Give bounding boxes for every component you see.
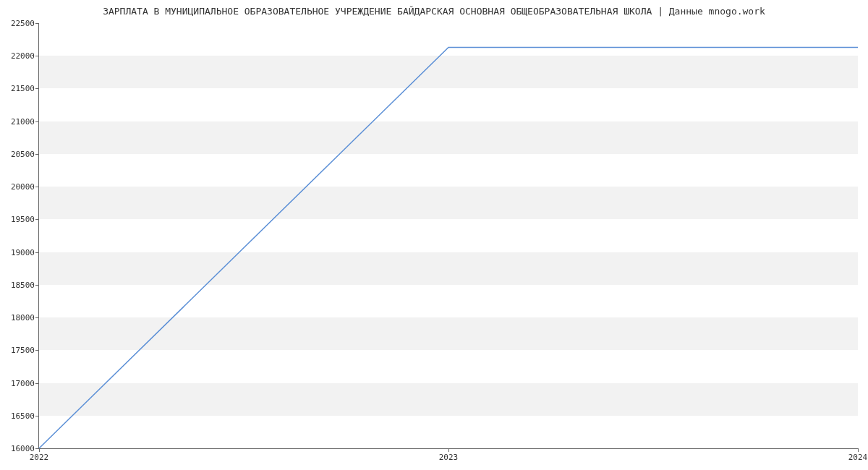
y-tick-mark — [35, 56, 39, 56]
y-tick-mark — [35, 121, 39, 122]
data-line — [39, 47, 858, 448]
chart-container: ЗАРПЛАТА В МУНИЦИПАЛЬНОЕ ОБРАЗОВАТЕЛЬНОЕ… — [0, 0, 868, 470]
y-tick-mark — [35, 350, 39, 351]
y-tick-mark — [35, 219, 39, 220]
x-tick-mark — [39, 448, 40, 452]
chart-title: ЗАРПЛАТА В МУНИЦИПАЛЬНОЕ ОБРАЗОВАТЕЛЬНОЕ… — [0, 6, 868, 17]
y-tick-mark — [35, 252, 39, 253]
y-tick-mark — [35, 88, 39, 89]
y-tick-mark — [35, 383, 39, 384]
y-tick-mark — [35, 154, 39, 155]
line-layer — [39, 23, 858, 448]
y-tick-mark — [35, 285, 39, 286]
y-tick-mark — [35, 416, 39, 416]
y-tick-mark — [35, 187, 39, 187]
plot-area: 1600016500170001750018000185001900019500… — [38, 23, 858, 449]
y-tick-mark — [35, 317, 39, 318]
x-tick-mark — [448, 448, 449, 452]
y-tick-mark — [35, 23, 39, 24]
x-tick-mark — [858, 448, 859, 452]
